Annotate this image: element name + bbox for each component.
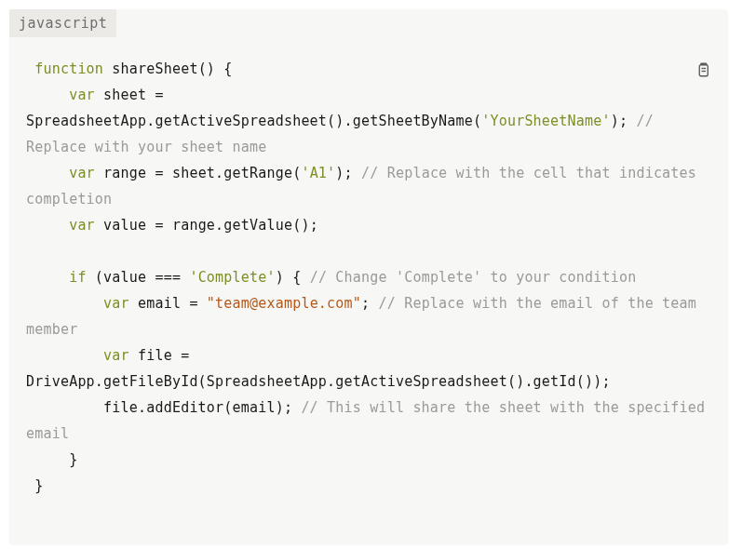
code-content: function shareSheet() { var sheet = Spre… [9,37,728,499]
string-literal: 'Complete' [189,269,275,286]
keyword: var [26,295,129,312]
string-literal: 'YourSheetName' [481,113,610,129]
language-tag: javascript [9,9,116,37]
code-text: email = [129,295,207,312]
keyword: var [26,165,95,181]
code-text: } [26,451,77,468]
keyword: if [26,269,87,286]
code-text: ); [335,165,361,181]
code-text: (value === [87,269,190,286]
code-text: ) { [276,269,310,286]
code-text: value = range.getValue(); [95,217,318,234]
keyword: var [26,87,95,103]
string-literal: 'A1' [301,165,335,181]
code-text: shareSheet() { [103,60,232,77]
comment: // Change 'Complete' to your condition [310,269,637,286]
svg-rect-0 [699,65,708,76]
code-text: sheet = SpreadsheetApp.getActiveSpreadsh… [26,87,481,129]
code-block: javascript function shareSheet() { var s… [9,9,728,545]
clipboard-icon [695,60,711,79]
copy-button[interactable] [695,60,711,79]
keyword: function [26,60,103,77]
code-text: file.addEditor(email); [26,399,301,416]
code-text: ; [361,295,378,312]
code-text: range = sheet.getRange( [95,165,302,181]
keyword: var [26,347,129,364]
code-text: } [26,477,43,494]
code-text: ); [611,113,637,129]
keyword: var [26,217,95,234]
string-literal: "team@example.com" [207,295,361,312]
